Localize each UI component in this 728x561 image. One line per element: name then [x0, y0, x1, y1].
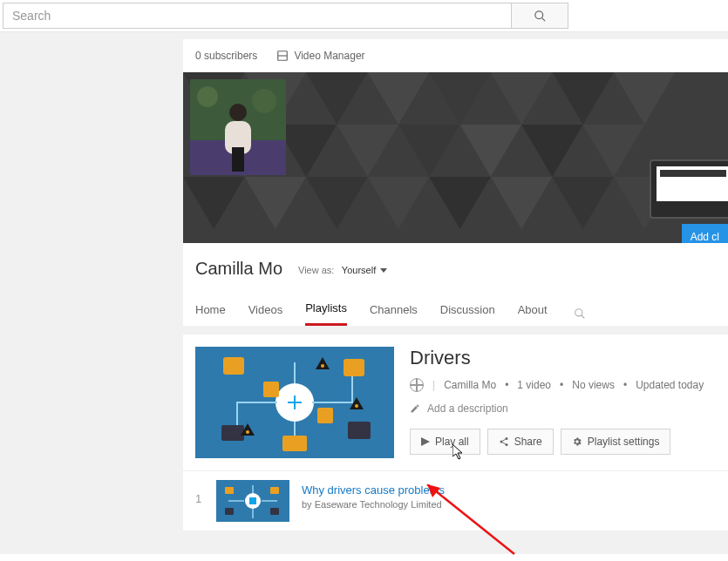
- svg-point-61: [500, 441, 502, 443]
- sidebar: [0, 31, 183, 554]
- gear-icon: [572, 436, 582, 447]
- channel-banner[interactable]: Add cl: [183, 72, 728, 243]
- svg-point-53: [246, 430, 249, 434]
- add-description-label: Add a description: [427, 402, 508, 415]
- svg-line-1: [541, 17, 545, 21]
- svg-rect-67: [249, 497, 256, 504]
- share-button[interactable]: Share: [487, 429, 554, 455]
- search-input[interactable]: [3, 3, 511, 29]
- svg-rect-70: [225, 508, 234, 515]
- video-thumbnail[interactable]: [216, 480, 289, 522]
- play-all-button[interactable]: Play all: [410, 429, 480, 455]
- viewas-value: Yourself: [342, 265, 376, 275]
- svg-rect-69: [270, 487, 279, 494]
- playlist-settings-label: Playlist settings: [588, 436, 660, 448]
- video-author: by Easeware Technology Limited: [302, 499, 445, 510]
- svg-rect-46: [344, 359, 364, 376]
- video-manager-label: Video Manager: [294, 50, 364, 62]
- svg-marker-59: [452, 444, 462, 459]
- svg-rect-41: [288, 395, 294, 402]
- tab-about[interactable]: About: [518, 303, 548, 325]
- svg-point-36: [575, 309, 582, 316]
- share-icon: [499, 436, 509, 447]
- svg-marker-35: [380, 268, 387, 273]
- svg-rect-48: [282, 436, 307, 451]
- svg-rect-44: [296, 403, 302, 409]
- svg-rect-45: [223, 357, 244, 375]
- svg-line-64: [502, 443, 506, 444]
- playlist-updated: Updated today: [636, 379, 704, 391]
- main-content: 0 subscribers Video Manager: [183, 31, 728, 554]
- svg-line-63: [502, 439, 506, 441]
- svg-point-30: [197, 86, 218, 107]
- playlist-card: Drivers | Camilla Mo • 1 video • No view…: [183, 335, 728, 470]
- cursor-icon: [452, 444, 465, 460]
- video-thumb-graphic: [216, 480, 289, 522]
- svg-rect-42: [296, 395, 302, 402]
- video-manager-link[interactable]: Video Manager: [276, 50, 364, 62]
- subscriber-count: 0 subscribers: [195, 50, 257, 62]
- svg-rect-34: [232, 147, 244, 172]
- playlist-views: No views: [572, 379, 615, 391]
- svg-rect-56: [263, 382, 279, 397]
- channel-tabs: Home Videos Playlists Channels Discussio…: [195, 301, 716, 326]
- tab-home[interactable]: Home: [195, 303, 226, 325]
- playlist-settings-button[interactable]: Playlist settings: [561, 429, 671, 455]
- film-icon: [276, 50, 289, 62]
- search-bar: [0, 0, 728, 31]
- svg-rect-71: [270, 508, 279, 515]
- add-channel-art-button[interactable]: Add cl: [682, 224, 728, 243]
- share-label: Share: [514, 436, 542, 448]
- globe-icon: [410, 378, 424, 392]
- tab-discussion[interactable]: Discussion: [440, 303, 495, 325]
- pencil-icon: [410, 403, 420, 414]
- svg-rect-68: [225, 487, 234, 494]
- play-icon: [421, 437, 430, 446]
- tab-channels[interactable]: Channels: [370, 303, 418, 325]
- video-row[interactable]: 1 Why drivers cause problems by Easeware…: [183, 470, 728, 531]
- search-icon: [574, 308, 586, 320]
- video-title[interactable]: Why drivers cause problems: [302, 483, 445, 497]
- svg-rect-43: [288, 403, 294, 409]
- channel-name: Camilla Mo: [195, 259, 282, 279]
- svg-point-32: [229, 104, 247, 121]
- channel-avatar[interactable]: [190, 79, 286, 175]
- svg-rect-49: [348, 422, 371, 439]
- channel-header: Camilla Mo View as: Yourself Home Videos…: [183, 243, 728, 326]
- svg-point-0: [534, 10, 542, 18]
- banner-laptop-graphic: [650, 159, 728, 219]
- avatar-image: [190, 79, 286, 175]
- playlist-author[interactable]: Camilla Mo: [444, 379, 496, 391]
- thumbnail-graphic: [195, 347, 394, 458]
- tab-videos[interactable]: Videos: [248, 303, 283, 325]
- svg-line-37: [581, 315, 584, 319]
- video-index: 1: [195, 492, 204, 505]
- svg-marker-58: [421, 437, 430, 446]
- playlist-title: Drivers: [410, 347, 716, 369]
- tab-search-button[interactable]: [574, 308, 586, 320]
- svg-point-60: [505, 437, 507, 440]
- svg-rect-57: [317, 408, 333, 423]
- playlist-video-count: 1 video: [517, 379, 551, 391]
- svg-point-62: [505, 443, 507, 446]
- tab-playlists[interactable]: Playlists: [305, 301, 347, 326]
- svg-point-31: [252, 89, 276, 113]
- viewas-dropdown[interactable]: Yourself: [342, 265, 387, 275]
- chevron-down-icon: [380, 268, 387, 274]
- channel-stats-row: 0 subscribers Video Manager: [183, 39, 728, 72]
- viewas-label: View as:: [298, 265, 334, 275]
- svg-point-55: [355, 404, 358, 408]
- search-icon: [534, 10, 547, 23]
- search-button[interactable]: [511, 3, 568, 29]
- playlist-thumbnail[interactable]: [195, 347, 394, 458]
- svg-point-51: [321, 364, 324, 368]
- add-description-button[interactable]: Add a description: [410, 402, 716, 415]
- svg-rect-47: [221, 425, 244, 441]
